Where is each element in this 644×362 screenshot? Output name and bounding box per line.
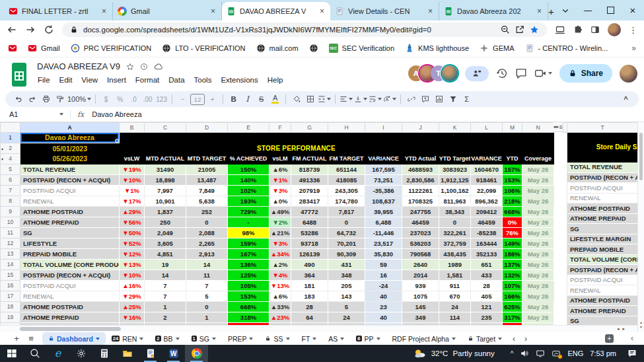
increase-decimals-button[interactable]: .00 bbox=[141, 92, 154, 106]
column-header-N[interactable]: N bbox=[522, 123, 554, 133]
device-icon[interactable] bbox=[555, 24, 565, 35]
cell-K19[interactable]: 114 bbox=[439, 312, 471, 323]
row-header-7[interactable]: 7 bbox=[1, 186, 20, 196]
sheet-tab-ft[interactable]: FT bbox=[296, 332, 323, 345]
tab-scroll-left[interactable]: ‹ bbox=[508, 334, 520, 344]
cell-E5[interactable]: 150% bbox=[228, 164, 269, 175]
cell-I19[interactable]: 40 bbox=[365, 312, 402, 323]
cell-D19[interactable]: 1 bbox=[186, 312, 228, 323]
share-button[interactable]: Share bbox=[559, 64, 612, 83]
cell-F11[interactable]: ▲21% bbox=[269, 228, 291, 238]
cell-E11[interactable]: 98% bbox=[228, 228, 269, 238]
font-size-box[interactable]: 12 bbox=[190, 92, 205, 106]
cell-B10[interactable]: ▼56% bbox=[120, 217, 145, 228]
column-header-T[interactable]: T bbox=[567, 123, 638, 133]
scroll-arrows[interactable]: ▴▾ bbox=[638, 320, 644, 330]
cell-D12[interactable]: 2,265 bbox=[186, 238, 228, 249]
cell-J11[interactable]: 237023 bbox=[402, 228, 439, 238]
tab-scroll-right[interactable]: › bbox=[520, 334, 532, 344]
cell-B17[interactable]: ▼29% bbox=[120, 291, 145, 302]
cell-B6[interactable]: ▼10% bbox=[120, 175, 145, 186]
bookmark-star-icon[interactable] bbox=[530, 25, 539, 34]
formula-input[interactable]: Davao Abreeza bbox=[92, 110, 141, 118]
tab-close-icon[interactable]: × bbox=[209, 7, 217, 16]
internet-explorer[interactable]: e bbox=[46, 345, 69, 362]
cell-T6[interactable]: POSTPAID (RECON + ACQUI bbox=[567, 172, 638, 183]
cell-J13[interactable]: 790568 bbox=[402, 249, 439, 260]
cell-H6[interactable]: 418085 bbox=[328, 175, 365, 186]
document-status-icon[interactable] bbox=[140, 63, 148, 71]
action-center-icon[interactable] bbox=[627, 348, 637, 359]
bookmark-item[interactable]: Gmail bbox=[28, 44, 60, 53]
cell-H9[interactable]: 7,817 bbox=[328, 207, 365, 217]
cell-G5[interactable]: 818739 bbox=[291, 164, 328, 175]
cell-E17[interactable]: 153% bbox=[228, 291, 269, 302]
cell-black-band-1[interactable] bbox=[120, 133, 554, 143]
chevron-down-icon[interactable] bbox=[340, 338, 344, 340]
row-header-11[interactable]: 11 bbox=[1, 228, 20, 238]
sheet-tab-ss[interactable]: SS bbox=[259, 332, 295, 345]
cell-J5[interactable]: 4688593 bbox=[402, 164, 439, 175]
cell-G13[interactable]: 126139 bbox=[291, 249, 328, 260]
cell-I7[interactable]: -35,386 bbox=[365, 186, 402, 196]
cell-K13[interactable]: 438,435 bbox=[439, 249, 471, 260]
cell-E9[interactable]: 729% bbox=[228, 207, 269, 217]
vertical-scrollbar[interactable]: ▴▾ bbox=[637, 122, 644, 332]
cell-J10[interactable]: 46459 bbox=[402, 217, 439, 228]
collaborators-more-button[interactable] bbox=[465, 66, 489, 81]
chevron-down-icon[interactable] bbox=[176, 338, 180, 340]
right-pane-scroll-arrows[interactable]: ◂▸ bbox=[617, 326, 628, 332]
add-sheet-button[interactable]: + bbox=[9, 334, 24, 344]
cell-A8[interactable]: RENEWAL bbox=[20, 196, 120, 207]
network-icon[interactable] bbox=[536, 349, 545, 358]
cell-J6[interactable]: 2,830,586 bbox=[402, 175, 439, 186]
cell-E12[interactable]: 159% bbox=[228, 238, 269, 249]
cell-T12[interactable]: LIFESTYLE MARGIN bbox=[567, 234, 638, 244]
cell-F8[interactable]: ▲0% bbox=[269, 196, 291, 207]
bookmark-item[interactable]: - CENTRO - Wirelin... bbox=[525, 44, 608, 53]
cell-L16[interactable]: 28 bbox=[471, 281, 503, 291]
cell-E6[interactable]: 140% bbox=[228, 175, 269, 186]
cell-D11[interactable]: 2,088 bbox=[186, 228, 228, 238]
column-header-A[interactable]: A bbox=[20, 123, 120, 133]
bookmarks-overflow-icon[interactable]: » bbox=[631, 44, 636, 53]
cell-G12[interactable]: 93718 bbox=[291, 238, 328, 249]
cell-E14[interactable]: 136% bbox=[228, 260, 269, 270]
sheet-tab-sg[interactable]: 1SG bbox=[186, 332, 222, 345]
meet-button[interactable] bbox=[534, 67, 552, 79]
cell-C10[interactable]: 250 bbox=[145, 217, 186, 228]
sheet-tab-rdf-project-alpha[interactable]: RDF Project Alpha bbox=[386, 332, 462, 345]
cell-C16[interactable]: 7 bbox=[145, 281, 186, 291]
cell-A17[interactable]: RENEWAL bbox=[20, 291, 120, 302]
cell-G6[interactable]: 491336 bbox=[291, 175, 328, 186]
cell-K15[interactable]: 1,581 bbox=[439, 270, 471, 281]
cell-L6[interactable]: 918461 bbox=[471, 175, 503, 186]
cell-A4[interactable]: 05/26/2023 bbox=[20, 154, 120, 164]
column-header-C[interactable]: C bbox=[145, 123, 186, 133]
row-header-14[interactable]: 14 bbox=[1, 260, 20, 270]
row-header-12[interactable]: 12 bbox=[1, 238, 20, 249]
cell-N9[interactable]: May 26 bbox=[522, 207, 554, 217]
back-icon[interactable] bbox=[7, 24, 17, 35]
cell-N5[interactable]: May 26 bbox=[522, 164, 554, 175]
cell-H11[interactable]: 64,732 bbox=[328, 228, 365, 238]
chevron-down-icon[interactable] bbox=[498, 338, 502, 340]
sheet-tab-target[interactable]: Target bbox=[462, 332, 508, 345]
row-header-15[interactable]: 15 bbox=[1, 270, 20, 281]
cell-I10[interactable]: 6,488 bbox=[365, 217, 402, 228]
undo-button[interactable] bbox=[12, 92, 24, 106]
text-rotate-button[interactable]: A bbox=[383, 92, 396, 106]
cell-H12[interactable]: 70,201 bbox=[328, 238, 365, 249]
cell-E19[interactable]: 318% bbox=[228, 312, 269, 323]
cell-G18[interactable]: 28 bbox=[291, 302, 328, 312]
cell-M12[interactable]: 149% bbox=[503, 238, 522, 249]
cell-C12[interactable]: 3,605 bbox=[145, 238, 186, 249]
cell-M13[interactable]: 186% bbox=[503, 249, 522, 260]
cell-N8[interactable]: May 26 bbox=[522, 196, 554, 207]
cell-M15[interactable]: 132% bbox=[503, 270, 522, 281]
cell-K5[interactable]: 3083923 bbox=[439, 164, 471, 175]
cell-N17[interactable]: May 26 bbox=[522, 291, 554, 302]
row-header-9[interactable]: 9 bbox=[1, 207, 20, 217]
cell-M5[interactable]: 157% bbox=[503, 164, 522, 175]
cell-J7[interactable]: 1122261 bbox=[402, 186, 439, 196]
